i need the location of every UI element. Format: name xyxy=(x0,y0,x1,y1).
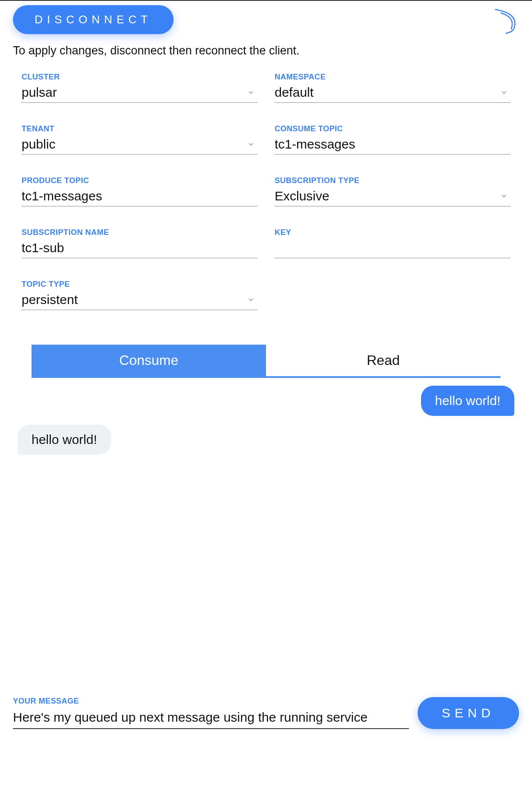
compose-field: YOUR MESSAGE xyxy=(13,697,409,729)
produce-topic-field: PRODUCE TOPIC tc1-messages xyxy=(22,176,257,206)
subscription-type-value: Exclusive xyxy=(275,189,500,203)
produce-topic-label: PRODUCE TOPIC xyxy=(22,176,257,185)
instruction-text: To apply changes, disconnect then reconn… xyxy=(0,35,532,62)
subscription-name-label: SUBSCRIPTION NAME xyxy=(22,228,257,237)
produce-topic-input[interactable]: tc1-messages xyxy=(22,189,257,206)
namespace-field: NAMESPACE default xyxy=(275,73,510,103)
cluster-label: CLUSTER xyxy=(22,73,257,82)
key-label: KEY xyxy=(275,228,510,237)
topic-type-field: TOPIC TYPE persistent xyxy=(22,280,257,310)
tenant-value: public xyxy=(22,137,247,152)
topic-type-label: TOPIC TYPE xyxy=(22,280,257,289)
namespace-value: default xyxy=(275,85,500,100)
key-input[interactable] xyxy=(275,241,510,258)
cluster-value: pulsar xyxy=(22,85,247,100)
key-field: KEY xyxy=(275,228,510,258)
subscription-type-select[interactable]: Exclusive xyxy=(275,189,510,206)
consume-topic-value: tc1-messages xyxy=(275,137,510,152)
chevron-down-icon xyxy=(247,89,255,96)
send-button[interactable]: SEND xyxy=(418,697,519,729)
subscription-type-field: SUBSCRIPTION TYPE Exclusive xyxy=(275,176,510,206)
subscription-name-field: SUBSCRIPTION NAME tc1-sub xyxy=(22,228,257,258)
message-input[interactable] xyxy=(13,708,409,729)
compose-label: YOUR MESSAGE xyxy=(13,697,409,706)
tab-read[interactable]: Read xyxy=(266,345,500,378)
cluster-select[interactable]: pulsar xyxy=(22,85,257,103)
chevron-down-icon xyxy=(247,296,255,304)
messages-area: hello world! hello world! xyxy=(18,386,514,697)
subscription-name-value: tc1-sub xyxy=(22,241,257,255)
namespace-select[interactable]: default xyxy=(275,85,510,103)
message-sent: hello world! xyxy=(421,386,514,416)
consume-topic-field: CONSUME TOPIC tc1-messages xyxy=(275,124,510,155)
chevron-down-icon xyxy=(500,89,508,96)
tab-consume[interactable]: Consume xyxy=(32,345,266,378)
chevron-down-icon xyxy=(500,192,508,200)
mode-tabs: Consume Read xyxy=(32,345,500,378)
namespace-label: NAMESPACE xyxy=(275,73,510,82)
topic-type-select[interactable]: persistent xyxy=(22,292,257,310)
tenant-label: TENANT xyxy=(22,124,257,133)
produce-topic-value: tc1-messages xyxy=(22,189,257,203)
message-received: hello world! xyxy=(18,425,111,455)
consume-topic-input[interactable]: tc1-messages xyxy=(275,137,510,155)
topic-type-value: persistent xyxy=(22,292,247,307)
tenant-field: TENANT public xyxy=(22,124,257,155)
cluster-field: CLUSTER pulsar xyxy=(22,73,257,103)
disconnect-button[interactable]: DISCONNECT xyxy=(13,5,174,34)
consume-topic-label: CONSUME TOPIC xyxy=(275,124,510,133)
subscription-type-label: SUBSCRIPTION TYPE xyxy=(275,176,510,185)
tenant-select[interactable]: public xyxy=(22,137,257,155)
app-logo-icon xyxy=(489,5,519,35)
subscription-name-input[interactable]: tc1-sub xyxy=(22,241,257,258)
chevron-down-icon xyxy=(247,140,255,148)
